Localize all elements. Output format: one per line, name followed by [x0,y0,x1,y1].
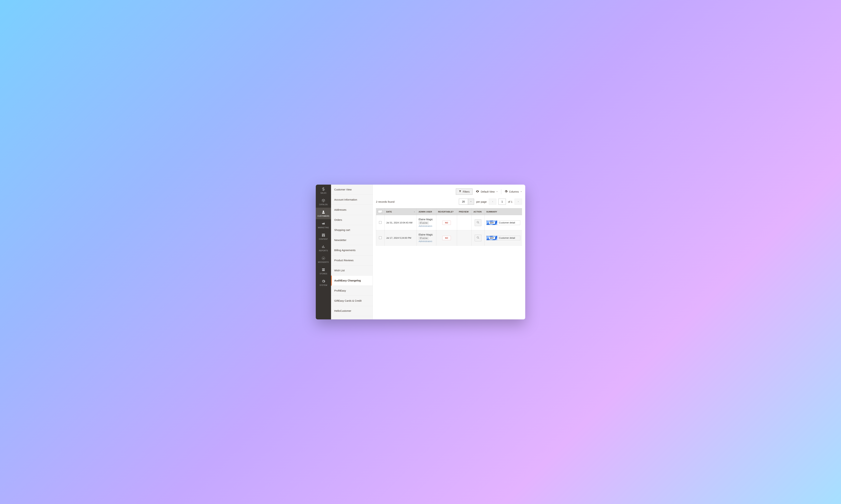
admin-window: SALES CATALOG CUSTOMERS MARKETING CONTEN… [316,185,525,319]
view-action-button[interactable] [475,235,481,241]
summary-chip[interactable]: EDIT Customer detail [486,220,520,225]
svg-line-3 [478,223,479,223]
admin-user-login: Elaine [418,237,429,240]
sort-asc-icon: ↑ [414,211,415,213]
nav-content-label: CONTENT [319,238,328,240]
nav-reports-label: REPORTS [319,250,328,252]
caret-down-icon [520,190,522,193]
store-icon [322,268,325,272]
table-row: Jul 17, 2024 5:24:00 PM Elaine Magic Ela… [376,230,522,246]
gear-icon [504,190,508,194]
admin-user-name: Elaine Magic [418,218,434,221]
gear-icon [322,279,325,283]
caret-down-icon [496,190,498,193]
subnav-account-information[interactable]: Account Information [331,195,373,205]
row-checkbox[interactable] [379,236,382,239]
nav-catalog-label: CATALOG [319,203,328,205]
subnav-newsletter[interactable]: Newsletter [331,235,373,245]
columns-dropdown[interactable]: Columns [504,190,522,194]
columns-label: Columns [509,190,519,193]
nav-stores-label: STORES [320,273,327,275]
col-action[interactable]: ACTION [471,209,484,215]
next-page-button[interactable] [515,199,522,205]
col-revertable[interactable]: REVERTABLE? [436,209,457,215]
filters-label: Filters [463,190,469,193]
col-preview[interactable]: PREVIEW [457,209,471,215]
subnav-hellocustomer[interactable]: HelloCustomer [331,306,373,316]
subnav-billing-agreements[interactable]: Billing Agreements [331,245,373,255]
cell-date: Jul 31, 2024 10:04:43 AM [384,215,417,230]
nav-sales-label: SALES [321,192,326,194]
current-page-input[interactable] [498,199,506,205]
main-content: Filters Default View Columns [373,185,525,319]
admin-user-role: Administrators [418,225,434,227]
nav-moogento-label: MOOGENTO [318,261,329,263]
bar-chart-icon [322,245,325,249]
nav-moogento[interactable]: M MOOGENTO [316,254,331,265]
subnav-customer-view[interactable]: Customer View [331,185,373,195]
prev-page-button[interactable] [489,199,496,205]
nav-stores[interactable]: STORES [316,265,331,277]
records-count: 2 records found [376,200,394,203]
revertable-badge: NO [442,236,451,240]
nav-customers-label: CUSTOMERS [317,215,329,217]
moogento-icon: M [322,256,325,260]
nav-system-label: SYSTEM [320,284,327,286]
admin-user-name: Elaine Magic [418,233,434,236]
view-action-button[interactable] [475,219,481,226]
cell-action [471,215,484,230]
page-of-label: of 1 [508,200,512,203]
main-nav: SALES CATALOG CUSTOMERS MARKETING CONTEN… [316,185,331,319]
magnifier-icon [476,236,480,240]
summary-text: Customer detail [499,221,515,224]
cell-admin-user: Elaine Magic Elaine Administrators [417,215,436,230]
subnav-auditeasy-changelog[interactable]: AuditEasy Changelog [331,275,373,286]
cell-summary: EDIT Customer detail [484,230,522,246]
cell-revertable: NO [436,230,457,246]
cell-date: Jul 17, 2024 5:24:00 PM [384,230,417,246]
cell-action [471,230,484,246]
page-size-dropdown[interactable] [468,199,474,205]
nav-system[interactable]: SYSTEM [316,277,331,288]
admin-user-login: Elaine [418,221,429,224]
cell-summary: EDIT Customer detail [484,215,522,230]
col-summary[interactable]: SUMMARY [484,209,522,215]
row-checkbox[interactable] [379,221,382,224]
summary-text: Customer detail [499,237,515,239]
subnav-gifteasy[interactable]: GiftEasy Cards & Credit [331,296,373,306]
megaphone-icon [322,222,325,226]
person-icon [322,210,325,214]
toolbar-divider [501,189,501,194]
changelog-grid: DATE ↑ ADMIN USER REVERTABLE? PREVIEW AC… [376,208,522,246]
cell-preview [457,215,471,230]
select-all-dropdown[interactable] [378,210,382,213]
nav-sales[interactable]: SALES [316,185,331,196]
subnav-product-reviews[interactable]: Product Reviews [331,255,373,266]
box-icon [322,199,325,202]
nav-content[interactable]: CONTENT [316,231,331,242]
col-admin-user[interactable]: ADMIN USER [417,209,436,215]
summary-chip[interactable]: EDIT Customer detail [486,236,520,240]
nav-marketing[interactable]: MARKETING [316,219,331,231]
dollar-icon [322,187,325,191]
subnav-shopping-cart[interactable]: Shopping cart [331,225,373,235]
grid-toolbar-paging: 2 records found per page of 1 [376,199,522,205]
page-size-input[interactable] [459,199,468,205]
default-view-dropdown[interactable]: Default View [476,190,498,194]
filters-button[interactable]: Filters [456,188,473,195]
subnav-wish-list[interactable]: Wish List [331,266,373,275]
subnav-addresses[interactable]: Addresses [331,205,373,215]
per-page-label: per page [476,200,487,203]
cell-preview [457,230,471,246]
subnav-profiteasy[interactable]: ProfitEasy [331,286,373,296]
nav-customers[interactable]: CUSTOMERS [316,208,331,219]
nav-reports[interactable]: REPORTS [316,242,331,254]
nav-marketing-label: MARKETING [318,227,329,229]
edit-badge: EDIT [486,236,497,240]
nav-catalog[interactable]: CATALOG [316,196,331,208]
col-date[interactable]: DATE ↑ [384,209,417,215]
eye-icon [476,190,479,194]
col-select [376,209,384,215]
svg-line-5 [478,238,479,239]
subnav-orders[interactable]: Orders [331,215,373,225]
